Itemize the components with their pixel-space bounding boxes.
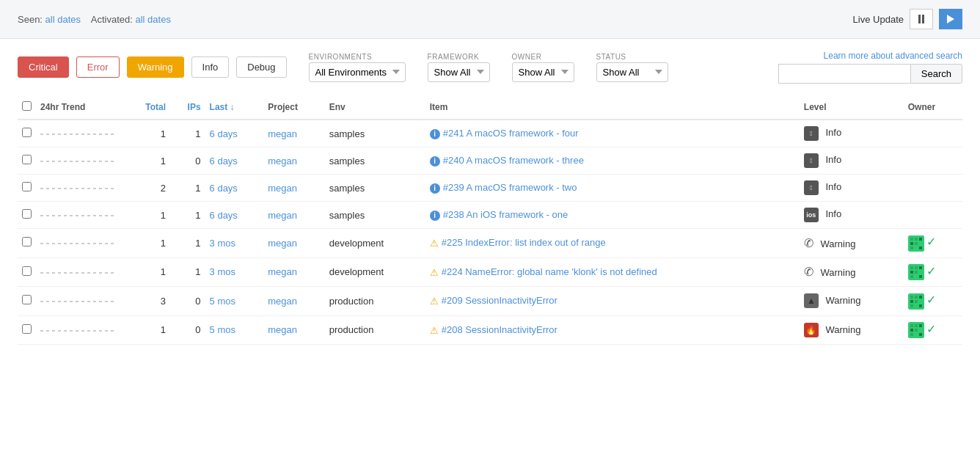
total-cell: 1 xyxy=(124,229,170,258)
row-checkbox[interactable] xyxy=(22,155,32,164)
error-button[interactable]: Error xyxy=(76,56,120,78)
owner-cell: ✓ xyxy=(904,287,962,316)
owner-header: Owner xyxy=(904,95,962,120)
framework-select[interactable]: Show All xyxy=(428,62,490,82)
total-cell: 1 xyxy=(124,147,170,175)
last-link[interactable]: 5 mos xyxy=(210,296,235,307)
last-link[interactable]: 5 mos xyxy=(210,324,235,335)
project-link[interactable]: megan xyxy=(268,296,297,307)
item-link[interactable]: #209 SessionInactivityError xyxy=(442,295,557,306)
warning-button[interactable]: Warning xyxy=(127,56,184,78)
svg-rect-14 xyxy=(910,271,913,274)
ips-cell: 1 xyxy=(170,229,205,258)
svg-rect-18 xyxy=(915,275,918,278)
info-button[interactable]: Info xyxy=(191,56,230,78)
info-icon: i xyxy=(430,129,440,139)
item-link[interactable]: #240 A macOS framework - three xyxy=(443,155,584,166)
select-all-checkbox[interactable] xyxy=(22,101,32,111)
table-row: 1 1 3 mos megan development ⚠#224 NameEr… xyxy=(18,257,962,287)
row-checkbox[interactable] xyxy=(22,209,32,219)
project-link[interactable]: megan xyxy=(268,210,297,221)
env-cell: production xyxy=(325,315,425,345)
avatar xyxy=(908,293,924,310)
total-cell: 1 xyxy=(124,120,170,147)
owner-select[interactable]: Show All megan xyxy=(512,62,574,82)
project-link[interactable]: megan xyxy=(268,324,297,335)
level-cell: ✆ Warning xyxy=(800,229,904,258)
framework-label: FRAMEWORK xyxy=(428,53,490,61)
activated-link[interactable]: all dates xyxy=(135,14,170,25)
row-checkbox[interactable] xyxy=(22,295,32,304)
trend-cell xyxy=(36,175,124,202)
last-link[interactable]: 6 days xyxy=(210,128,238,139)
info-icon: i xyxy=(430,183,440,194)
resolved-check: ✓ xyxy=(926,293,936,306)
trend-cell xyxy=(36,147,124,175)
row-checkbox-cell xyxy=(18,229,36,258)
seen-link[interactable]: all dates xyxy=(45,14,81,25)
project-link[interactable]: megan xyxy=(268,128,297,139)
last-link[interactable]: 6 days xyxy=(210,156,238,167)
macos-icon:  xyxy=(804,126,819,141)
project-header: Project xyxy=(263,95,324,120)
status-select[interactable]: Show All resolved unresolved xyxy=(596,62,668,82)
trend-header: 24hr Trend xyxy=(36,95,124,120)
search-button[interactable]: Search xyxy=(910,64,962,84)
item-link[interactable]: #238 An iOS framework - one xyxy=(443,209,568,220)
project-link[interactable]: megan xyxy=(268,266,297,277)
macos-icon:  xyxy=(804,153,819,168)
ips-header[interactable]: IPs xyxy=(170,95,205,120)
search-input[interactable] xyxy=(778,64,910,84)
last-link[interactable]: 6 days xyxy=(210,183,238,194)
item-link[interactable]: #208 SessionInactivityError xyxy=(442,324,557,335)
svg-rect-28 xyxy=(915,304,918,307)
svg-rect-35 xyxy=(915,329,918,332)
issues-table: 24hr Trend Total IPs Last ↓ Project Env … xyxy=(18,95,962,345)
pause-button[interactable] xyxy=(910,9,933,29)
svg-rect-15 xyxy=(915,271,918,274)
item-link[interactable]: #239 A macOS framework - two xyxy=(443,182,577,193)
level-cell: 🔥 Warning xyxy=(800,315,904,345)
level-header: Level xyxy=(800,95,904,120)
owner-cell: ✓ xyxy=(904,257,962,287)
last-link[interactable]: 3 mos xyxy=(210,238,235,249)
project-cell: megan xyxy=(263,257,324,287)
last-header[interactable]: Last ↓ xyxy=(205,95,264,120)
advanced-search-link[interactable]: Learn more about advanced search xyxy=(824,51,962,61)
row-checkbox-cell xyxy=(18,175,36,202)
row-checkbox[interactable] xyxy=(22,182,32,191)
avatar xyxy=(908,322,924,338)
item-cell: ⚠#208 SessionInactivityError xyxy=(425,315,800,345)
level-text: Info xyxy=(825,154,841,165)
svg-rect-1 xyxy=(910,238,913,241)
environments-select[interactable]: All Environments production development … xyxy=(309,62,406,82)
total-header[interactable]: Total xyxy=(124,95,170,120)
last-cell: 6 days xyxy=(205,147,264,175)
row-checkbox[interactable] xyxy=(22,237,32,246)
row-checkbox[interactable] xyxy=(22,128,32,137)
last-link[interactable]: 3 mos xyxy=(210,266,235,277)
project-link[interactable]: megan xyxy=(268,183,297,194)
level-cell:  Info xyxy=(800,175,904,202)
env-cell: production xyxy=(325,287,425,316)
triangle-icon: ▲ xyxy=(804,293,819,308)
item-link[interactable]: #225 IndexError: list index out of range xyxy=(442,237,606,248)
play-button[interactable] xyxy=(939,9,962,29)
svg-rect-38 xyxy=(915,333,918,336)
item-link[interactable]: #224 NameError: global name 'klonk' is n… xyxy=(442,266,657,277)
resolved-check: ✓ xyxy=(926,265,936,277)
last-link[interactable]: 6 days xyxy=(210,210,238,221)
item-link[interactable]: #241 A macOS framework - four xyxy=(443,128,579,139)
row-checkbox[interactable] xyxy=(22,266,32,276)
svg-rect-3 xyxy=(919,238,922,241)
top-bar: Seen: all dates Activated: all dates Liv… xyxy=(0,0,980,39)
row-checkbox[interactable] xyxy=(22,324,32,334)
row-checkbox-cell xyxy=(18,120,36,147)
svg-rect-12 xyxy=(915,266,918,269)
project-link[interactable]: megan xyxy=(268,156,297,167)
search-area: Learn more about advanced search Search xyxy=(778,51,962,84)
debug-button[interactable]: Debug xyxy=(236,56,286,78)
svg-rect-9 xyxy=(919,246,922,249)
critical-button[interactable]: Critical xyxy=(18,56,69,78)
project-link[interactable]: megan xyxy=(268,238,297,249)
